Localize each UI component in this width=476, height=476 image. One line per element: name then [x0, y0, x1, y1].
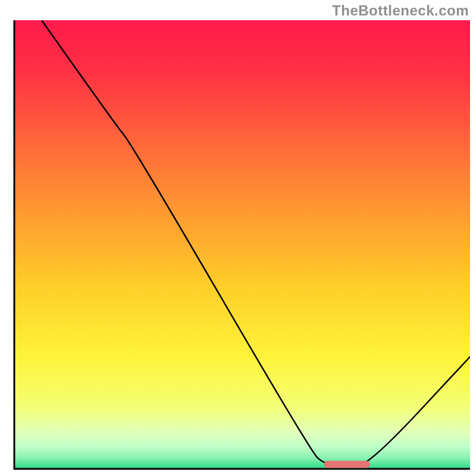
bottleneck-chart	[0, 0, 476, 476]
gradient-background	[14, 20, 470, 469]
optimal-marker	[324, 461, 370, 468]
chart-container: TheBottleneck.com	[0, 0, 476, 476]
